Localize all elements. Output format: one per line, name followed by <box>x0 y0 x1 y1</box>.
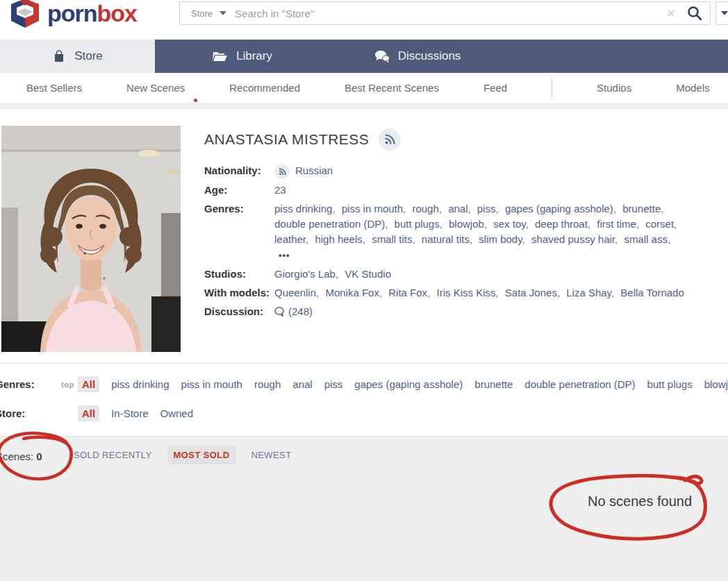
sort-option[interactable]: SOLD RECENTLY <box>74 450 152 460</box>
rss-icon <box>279 168 286 176</box>
genre-link[interactable]: sex toy <box>493 218 525 230</box>
genre-filter-option[interactable]: double penetration (DP) <box>524 378 635 390</box>
more-genres-button[interactable]: ••• <box>279 250 290 260</box>
nav-divider <box>552 78 552 98</box>
model-link[interactable]: Monika Fox <box>325 287 379 298</box>
studio-link[interactable]: Giorgio's Lab <box>274 268 336 280</box>
subnav-link[interactable]: Feed <box>483 82 507 94</box>
model-link[interactable]: Bella Tornado <box>620 287 684 298</box>
genre-link[interactable]: blowjob <box>449 218 484 230</box>
separator: , <box>611 287 617 298</box>
with-models-row: With models: Queenlin, Monika Fox, Rita … <box>204 285 690 301</box>
tab-store[interactable]: Store <box>0 40 155 73</box>
separator: , <box>332 203 338 214</box>
model-profile: ANASTASIA MISTRESS Nationality: <box>0 109 728 363</box>
tab-library[interactable]: Library <box>155 40 330 73</box>
tab-discussions[interactable]: Discussions <box>330 40 505 73</box>
section-gap <box>0 103 728 109</box>
genre-filter-option[interactable]: gapes (gaping asshole) <box>354 378 463 390</box>
genre-link[interactable]: brunette <box>622 203 661 214</box>
genres-list: piss drinking, piss in mouth, rough, ana… <box>274 203 680 245</box>
genre-link[interactable]: butt plugs <box>395 218 440 230</box>
genre-filter-option[interactable]: rough <box>254 378 281 390</box>
genre-filter-option[interactable]: butt plugs <box>647 378 693 390</box>
clear-search-icon[interactable]: × <box>667 6 675 20</box>
genre-link[interactable]: slim body <box>479 233 522 245</box>
model-link[interactable]: Queenlin <box>274 287 316 298</box>
nationality-feed-button[interactable] <box>274 164 290 179</box>
store-filter-option[interactable]: In-Store <box>111 407 148 419</box>
genre-filter-option[interactable]: piss drinking <box>111 378 169 390</box>
nationality-label: Nationality: <box>204 163 274 179</box>
genre-filter-option[interactable]: anal <box>292 378 312 390</box>
shopping-bag-icon <box>52 49 66 63</box>
studio-link[interactable]: VK Studio <box>345 268 391 280</box>
subnav-link[interactable]: Models <box>676 82 709 94</box>
subnav-link[interactable]: Best Recent Scenes <box>345 82 439 94</box>
genre-link[interactable]: high heels <box>315 233 362 245</box>
genre-link[interactable]: piss drinking <box>274 203 332 214</box>
genre-filter-option[interactable]: brunette <box>474 378 513 390</box>
genre-link[interactable]: gapes (gaping asshole) <box>505 203 613 214</box>
separator: , <box>440 218 445 230</box>
logo[interactable]: pornbox <box>8 0 137 29</box>
genre-link[interactable]: shaved pussy hair <box>531 233 615 245</box>
genre-link[interactable]: piss <box>477 203 496 214</box>
genre-link[interactable]: rough <box>412 203 438 214</box>
genre-link[interactable]: natural tits <box>422 233 470 245</box>
separator: , <box>557 287 563 298</box>
model-link[interactable]: Sata Jones <box>505 287 557 298</box>
with-models-label: With models: <box>204 285 274 301</box>
sort-option[interactable]: MOST SOLD <box>167 446 236 464</box>
store-filter-option[interactable]: Owned <box>160 407 194 419</box>
rss-subscribe-button[interactable] <box>379 128 401 151</box>
separator: , <box>484 218 490 230</box>
search-scope-label: Store <box>191 8 213 19</box>
genre-link[interactable]: small tits <box>372 233 412 245</box>
genre-filter-option[interactable]: piss <box>324 378 343 390</box>
genre-link[interactable]: leather <box>274 233 306 245</box>
scenes-count-label: Scenes: <box>0 451 33 462</box>
model-header: ANASTASIA MISTRESS <box>204 128 401 151</box>
separator: , <box>439 203 445 214</box>
model-portrait-illustration <box>1 126 181 352</box>
model-link[interactable]: Rita Fox <box>388 287 427 298</box>
subnav-link[interactable]: Studios <box>597 82 631 94</box>
subnav-link[interactable]: New Scenes <box>126 82 185 94</box>
model-name: ANASTASIA MISTRESS <box>204 131 369 148</box>
search-button[interactable] <box>686 5 703 22</box>
scenes-count: Scenes:0 <box>0 451 42 462</box>
studios-value: Giorgio's Lab, VK Studio <box>274 267 690 282</box>
genre-filter-option[interactable]: piss in mouth <box>181 378 242 390</box>
model-link[interactable]: Iris Kiss Kiss <box>436 287 495 298</box>
separator: , <box>495 287 501 298</box>
sort-option[interactable]: NEWEST <box>251 450 292 460</box>
genre-link[interactable]: deep throat <box>535 218 588 230</box>
new-scenes-notification-dot <box>194 99 197 102</box>
genre-filter-option[interactable]: blowjob <box>704 378 728 390</box>
genre-link[interactable]: first time <box>597 218 636 230</box>
store-filter-option[interactable]: All <box>78 405 99 421</box>
age-value: 23 <box>274 183 690 198</box>
discussion-count-link[interactable]: (248) <box>288 305 313 317</box>
genres-value: piss drinking, piss in mouth, rough, ana… <box>274 201 690 263</box>
genre-link[interactable]: double penetration (DP) <box>274 218 385 230</box>
separator: , <box>674 218 677 230</box>
genre-link[interactable]: corset <box>645 218 674 230</box>
subnav-link[interactable]: Recommended <box>229 82 300 94</box>
search-scope-dropdown[interactable]: Store <box>180 8 235 19</box>
separator: , <box>336 268 341 280</box>
subnav-link[interactable]: Best Sellers <box>26 82 82 94</box>
results-section: Scenes:0 SOLD RECENTLYMOST SOLDNEWEST No… <box>0 436 728 581</box>
genre-filter-option[interactable]: All <box>78 376 99 392</box>
nationality-link[interactable]: Russian <box>295 165 333 176</box>
separator: , <box>496 203 502 214</box>
genre-link[interactable]: piss in mouth <box>342 203 403 214</box>
account-dropdown[interactable] <box>715 1 728 25</box>
genres-filter-label: Genres: <box>0 378 35 390</box>
genres-filter-row: Genres: top Allpiss drinkingpiss in mout… <box>0 376 728 392</box>
genre-link[interactable]: anal <box>448 203 468 214</box>
search-input[interactable] <box>235 8 661 19</box>
model-link[interactable]: Liza Shay <box>566 287 611 298</box>
genre-link[interactable]: small ass <box>624 233 668 245</box>
